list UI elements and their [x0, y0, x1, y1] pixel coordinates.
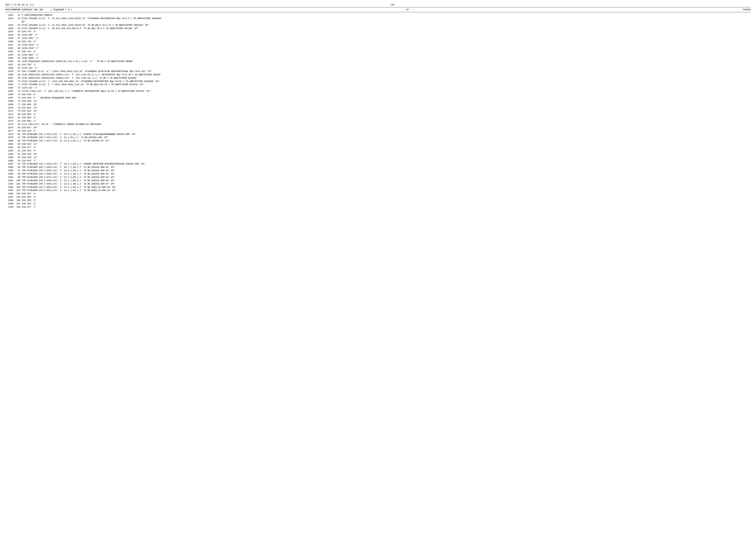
row-number-2: 69: [14, 76, 21, 80]
table-row: 107078Е20-691' 24*: [5, 106, 751, 110]
row-number-1: 1089: [5, 169, 14, 173]
row-text: ТПР-НТ#В1АОП.2#П.2-017(=23)' 2( 13,8.1,0…: [21, 139, 751, 143]
row-number-1: 1069: [5, 103, 14, 106]
table-row: 108189Е20-526' 12*: [5, 143, 751, 146]
table-row: 107482Е20-695' 2*: [5, 119, 751, 123]
row-number-1: 1070: [5, 106, 14, 110]
document-header: 303-1-74.89 АЛ.11 (1) 143 ПРОГРАММНЫЙ КО…: [5, 3, 751, 12]
table-row: 105462С130-2067' 1*: [5, 53, 751, 57]
row-number-2: 51: [14, 14, 21, 17]
row-number-2: 66: [14, 67, 21, 70]
table-row: 1100108Е20-337' 1*: [5, 205, 751, 209]
row-number-1: 1049: [5, 37, 14, 40]
row-number-2: 86: [14, 133, 21, 136]
row-number-2: 59: [14, 43, 21, 47]
row-number-2: 75: [14, 96, 21, 100]
row-number-1: 1067: [5, 96, 14, 100]
row-text: С130-2546' 1*: [21, 47, 751, 50]
table-row: 108391Е20-529' 4*: [5, 149, 751, 153]
row-number-1: 1094: [5, 186, 14, 189]
row-number-1: 1097: [5, 196, 14, 199]
row-number-1: 1096: [5, 192, 14, 196]
table-row: 105260С130-2546' 1*: [5, 47, 751, 50]
row-text: Е20-750' 1*: [21, 63, 751, 67]
table-row: 106977Е20-690' 22*: [5, 103, 751, 106]
row-text: ТПР-НТ#В1АОП.2#П.2-046(=23)' 2' 11,6.1,0…: [21, 173, 751, 176]
row-text: ТПР-НТ#В1АОП.2#П.2-048(=23)' 4' 13,1.1,0…: [21, 179, 751, 182]
row-number-2: 58: [14, 40, 21, 43]
row-text: Е20-416' 5*: [21, 130, 751, 133]
row-text: ШТ*: [21, 20, 751, 24]
row-number-2: 103: [14, 189, 21, 192]
row-number-2: 88: [14, 139, 21, 143]
row-number-1: 1085: [5, 156, 14, 159]
row-text: Е20-745' 4*: [21, 30, 751, 33]
table-row: 106573СТ130-2785(=23)' 1' 329-(103-81).1…: [5, 90, 751, 93]
row-text: ЕТ20-704#АОП.3(=3)' 5' 54,4#1,48#0,13#0,…: [21, 17, 751, 20]
row-text: Е20-529' 4*: [21, 149, 751, 153]
row-text: Е20-690' 22*: [21, 103, 751, 106]
row-number-2: 53: [14, 24, 21, 27]
table-row: 104452ЕТ20-704#АОП.3(=3)' 5' 54,4#1,48#0…: [5, 17, 751, 20]
row-text: С130-160' 2*: [21, 33, 751, 37]
row-number-2: 83: [14, 123, 21, 126]
row-number-1: 1081: [5, 143, 14, 146]
table-row: 108694Е20-420' 7*: [5, 159, 751, 163]
row-number-1: 1060: [5, 73, 14, 76]
row-text: ТПР-НТ#В1АОП.2#П.2-044(=23)' 2' 10,7.1,0…: [21, 166, 751, 169]
row-text: Е20-420' 7*: [21, 159, 751, 163]
row-number-1: 1080: [5, 139, 14, 143]
row-number-1: 1076: [5, 126, 14, 130]
row-number-1: 1084: [5, 153, 14, 156]
row-text: С111-285(=23)' 40,95' ' СТОИМОСТЬ ГИБКИХ…: [21, 123, 751, 126]
table-row: 1097105Е20-408' 4*: [5, 196, 751, 199]
row-number-2: 62: [14, 53, 21, 57]
row-text: Е20-328' 1*: [21, 199, 751, 202]
table-row: 108795ТПР-НТ#В1АОП.2#П.2-043(=23)' 7' 10…: [5, 162, 751, 166]
code1: 32: [72, 8, 742, 11]
row-number-1: 1045: [5, 24, 14, 27]
table-row: 106876Е20-689' 14*: [5, 100, 751, 103]
row-number-2: 78: [14, 106, 21, 110]
row-number-1: 1099: [5, 202, 14, 205]
row-number-1: 1063: [5, 83, 14, 86]
row-number-2: 90: [14, 146, 21, 149]
row-number-2: 56: [14, 33, 21, 37]
table-row: 108492Е20-418' 15*: [5, 153, 751, 156]
row-text: Е20-694' 2*: [21, 116, 751, 119]
row-text: Е20-331' 1*: [21, 202, 751, 205]
row-number-2: 85: [14, 130, 21, 133]
table-row: 104553ЕТ20-705#АОП.3(=3)' 1' 61,2#1,48#0…: [5, 24, 751, 27]
table-row: 109098ТПР-НТ#В1АОП.2#П.2-046(=23)' 2' 11…: [5, 173, 751, 176]
row-number-2: 80: [14, 113, 21, 116]
row-number-1: 1064: [5, 86, 14, 90]
row-number-1: 1073: [5, 116, 14, 119]
row-number-1: 1061: [5, 76, 14, 80]
row-text: Е20-408' 4*: [21, 196, 751, 199]
row-number-2: 102: [14, 186, 21, 189]
row-number-1: 1068: [5, 100, 14, 103]
row-number-2: 68: [14, 73, 21, 76]
row-text: ЕТ20-723#АОП.3(=3)' 1' 7,29#4,78#0,69#0,…: [21, 83, 751, 86]
table-row: 1092100ТПР-НТ#В1АОП.2#П.2-048(=23)' 4' 1…: [5, 179, 751, 182]
row-number-1: 1087: [5, 162, 14, 166]
row-number-1: 1066: [5, 93, 14, 96]
table-row: 106371ЕТ20-723#АОП.3(=3)' 1' 7,29#4,78#0…: [5, 83, 751, 86]
table-row: 105866С130-161' 1*: [5, 67, 751, 70]
row-text: Е20-689' 14*: [21, 100, 751, 103]
row-number-1: 1048: [5, 33, 14, 37]
header-divider: [5, 7, 751, 7]
row-number-1: 1056: [5, 60, 14, 63]
row-number-2: 101: [14, 182, 21, 186]
table-row: 1094102ТПР-НТ#В1АОП.2#П.2-050(=23)' 2' 1…: [5, 186, 751, 189]
row-text: ТПР-НТ#В1АОП.2#П.2-043(=23)' 7' 10,6.1,0…: [21, 162, 751, 166]
row-number-2: 65: [14, 63, 21, 67]
row-number-2: 52: [14, 17, 21, 20]
row-text: ТПР-НТ#В1АОП.2#П.2-049(=23)' 1' 13,5.1,0…: [21, 182, 751, 186]
table-row: 1099107Е20-331' 1*: [5, 202, 751, 205]
row-number-2: 97: [14, 169, 21, 173]
row-text: Е20-749' 2*: [21, 40, 751, 43]
row-number-1: 1053: [5, 50, 14, 53]
table-row: 105058Е20-749' 2*: [5, 40, 751, 43]
row-text: Е20-691' 24*: [21, 106, 751, 110]
